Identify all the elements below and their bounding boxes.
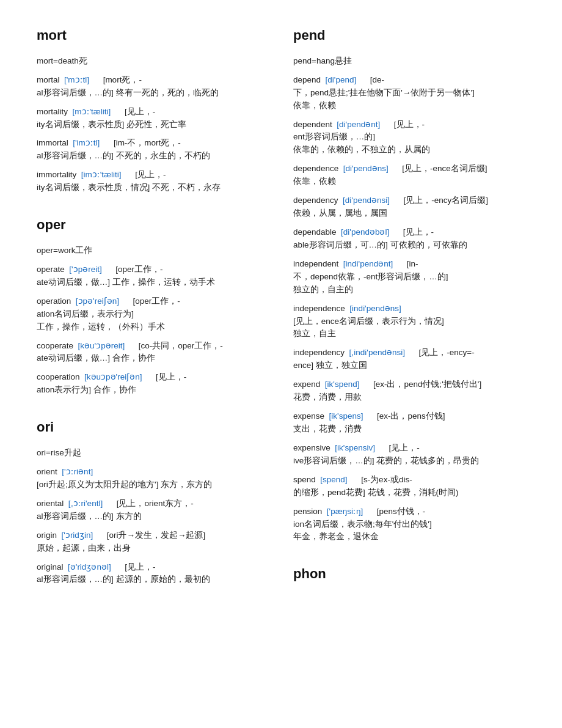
- entry-depend: depend [di'pend] [de-下，pend悬挂;'挂在他物下面'→依…: [293, 74, 525, 112]
- meaning-spend: 花钱，花费，消耗(时间): [368, 488, 459, 497]
- section-mort: mort mort=death死 mortal ['mɔːtl] [mort死，…: [37, 24, 269, 194]
- right-column: pend pend=hang悬挂 depend [di'pend] [de-下，…: [293, 24, 525, 606]
- root-meaning-mort: mort=death死: [37, 54, 269, 68]
- word-dependency: dependency: [293, 196, 338, 205]
- section-title-mort: mort: [37, 24, 269, 46]
- pron-depend: [di'pend]: [326, 75, 357, 84]
- meaning-expense: 支出，花费，消费: [293, 424, 362, 433]
- entry-cooperate: cooperate [kəu'ɔpəreit] [co-共同，oper工作，-a…: [37, 340, 269, 366]
- pron-dependency: [di'pendənsi]: [343, 196, 390, 205]
- section-title-oper: oper: [37, 214, 269, 235]
- bracket-independence: [见上，ence名词后缀，表示行为，情况]: [293, 317, 444, 326]
- word-immortal: immortal: [37, 138, 68, 147]
- bracket-expend: [ex-出，pend付钱;'把钱付出']: [373, 380, 481, 389]
- word-independent: independent: [293, 259, 338, 268]
- pron-dependent: [di'pendənt]: [337, 120, 380, 129]
- entry-immortal: immortal ['imɔːtl] [im-不，mort死，-al形容词后缀，…: [37, 137, 269, 163]
- bracket-origin: [ori升→发生，发起→起源]: [107, 531, 206, 540]
- word-expense: expense: [293, 411, 324, 421]
- meaning-expend: 花费，消费，用款: [293, 392, 362, 402]
- entry-orient: orient ['ɔːriənt] [ori升起;原义为'太阳升起的地方'] 东…: [37, 466, 269, 491]
- pron-independent: [indi'pendənt]: [343, 259, 393, 268]
- entry-dependable: dependable [di'pendəbəl] [见上，-able形容词后缀，…: [293, 226, 525, 252]
- pron-operate: ['ɔpəreit]: [69, 265, 101, 274]
- pron-orient: ['ɔːriənt]: [62, 467, 93, 476]
- meaning-independent: 独立的，自主的: [293, 285, 353, 294]
- entry-dependency: dependency [di'pendənsi] [见上，-ency名词后缀] …: [293, 194, 525, 220]
- meaning-expensive: 花费的，花钱多的，昂贵的: [376, 456, 479, 465]
- meaning-original: 起源的，原始的，最初的: [116, 575, 210, 584]
- entry-independent: independent [indi'pendənt] [in-不，depend依…: [293, 258, 525, 296]
- meaning-cooperate: 合作，协作: [112, 353, 155, 362]
- word-original: original: [37, 562, 64, 572]
- meaning-dependence: 依靠，依赖: [293, 177, 336, 186]
- entry-original: original [ə'ridʒənəl] [见上，-al形容词后缀，…的] 起…: [37, 561, 269, 587]
- meaning-operate: 工作，操作，运转，动手术: [112, 278, 215, 287]
- entry-spend: spend [spend] [s-为ex-或dis-的缩形，pend花费] 花钱…: [293, 474, 525, 499]
- word-expend: expend: [293, 380, 320, 389]
- pron-spend: [spend]: [320, 475, 347, 484]
- meaning-origin: 原始，起源，由来，出身: [37, 543, 131, 553]
- pron-independence: [indi'pendəns]: [349, 304, 401, 313]
- word-depend: depend: [293, 75, 321, 84]
- meaning-orient: 东方，东方的: [161, 480, 212, 489]
- section-title-phon: phon: [293, 563, 525, 584]
- entry-operation: operation [ɔpə'reiʃən] [oper工作，-ation名词后…: [37, 295, 269, 334]
- section-pend: pend pend=hang悬挂 depend [di'pend] [de-下，…: [293, 24, 525, 543]
- entry-oriental: oriental [ˌɔːri'entl] [见上，orient东方，-al形容…: [37, 498, 269, 523]
- word-operate: operate: [37, 265, 65, 274]
- word-pension: pension: [293, 507, 322, 516]
- meaning-dependency: 依赖，从属，属地，属国: [293, 208, 387, 218]
- word-origin: origin: [37, 531, 57, 540]
- entry-operate: operate ['ɔpəreit] [oper工作，-ate动词后缀，做…] …: [37, 263, 269, 289]
- entry-cooperation: cooperation [kəuɔpə'reiʃən] [见上，-ation表示…: [37, 371, 269, 397]
- main-layout: mort mort=death死 mortal ['mɔːtl] [mort死，…: [37, 24, 525, 606]
- pron-origin: ['ɔridʒin]: [62, 531, 93, 540]
- section-oper: oper oper=work工作 operate ['ɔpəreit] [ope…: [37, 214, 269, 397]
- root-meaning-oper: oper=work工作: [37, 244, 269, 257]
- word-expensive: expensive: [293, 443, 330, 452]
- word-independence: independence: [293, 304, 345, 313]
- word-mortal: mortal: [37, 75, 60, 84]
- pron-cooperate: [kəu'ɔpəreit]: [78, 341, 125, 350]
- entry-mortal: mortal ['mɔːtl] [mort死，-al形容词后缀，…的] 终有一死…: [37, 74, 269, 100]
- word-immortality: immortality: [37, 170, 76, 179]
- meaning-dependable: 可依赖的，可依靠的: [390, 240, 467, 249]
- meaning-immortality: 不死，不朽，永存: [152, 183, 221, 192]
- entry-dependent: dependent [di'pendənt] [见上，-ent形容词后缀，…的]…: [293, 119, 525, 157]
- pron-immortality: [imɔː'tæliti]: [81, 170, 122, 179]
- meaning-oriental: 东方的: [116, 512, 142, 521]
- word-spend: spend: [293, 475, 316, 484]
- entry-pension: pension ['pæŋsiːŋ] [pens付钱，-ion名词后缀，表示物;…: [293, 506, 525, 544]
- entry-expense: expense [ik'spens] [ex-出，pens付钱] 支出，花费，消…: [293, 410, 525, 436]
- word-dependent: dependent: [293, 120, 332, 129]
- left-column: mort mort=death死 mortal ['mɔːtl] [mort死，…: [37, 24, 269, 606]
- bracket-depend: [de-下，pend悬挂;'挂在他物下面'→依附于另一物体']: [293, 75, 475, 97]
- meaning-pension: 年金，养老金，退休金: [293, 532, 379, 541]
- section-title-ori: ori: [37, 416, 269, 438]
- meaning-independence: 独立，自主: [293, 329, 336, 338]
- meaning-depend: 依靠，依赖: [293, 101, 336, 110]
- pron-expensive: [ik'spensiv]: [335, 443, 375, 452]
- pron-oriental: [ˌɔːri'entl]: [68, 499, 103, 508]
- word-cooperate: cooperate: [37, 341, 73, 350]
- pron-immortal: ['imɔːtl]: [73, 138, 100, 147]
- pron-mortal: ['mɔːtl]: [64, 75, 89, 84]
- pron-cooperation: [kəuɔpə'reiʃən]: [84, 372, 142, 381]
- word-cooperation: cooperation: [37, 372, 80, 381]
- word-dependable: dependable: [293, 227, 337, 237]
- meaning-dependent: 依靠的，依赖的，不独立的，从属的: [293, 145, 430, 154]
- meaning-mortality: 必死性，死亡率: [126, 120, 186, 129]
- bracket-dependency: [见上，-ency名词后缀]: [404, 196, 489, 205]
- section-title-pend: pend: [293, 24, 525, 46]
- meaning-immortal: 不死的，永生的，不朽的: [116, 151, 210, 160]
- word-independency: independency: [293, 348, 345, 357]
- pron-independency: [ˌindi'pendənsi]: [349, 348, 405, 357]
- pron-expend: [ik'spend]: [325, 380, 360, 389]
- word-orient: orient: [37, 467, 57, 476]
- word-mortality: mortality: [37, 107, 68, 116]
- entry-expensive: expensive [ik'spensiv] [见上，-ive形容词后缀，…的]…: [293, 442, 525, 468]
- root-meaning-ori: ori=rise升起: [37, 446, 269, 460]
- entry-independency: independency [ˌindi'pendənsi] [见上，-ency=…: [293, 347, 525, 372]
- pron-original: [ə'ridʒənəl]: [68, 562, 111, 572]
